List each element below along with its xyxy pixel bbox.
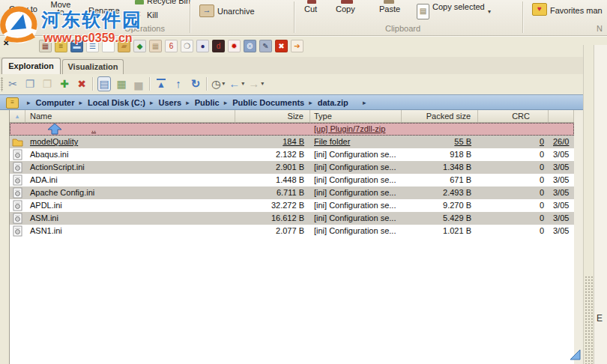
document-plugin-icon[interactable]: ☰	[86, 40, 99, 52]
chart-view-icon[interactable]: ▅	[132, 76, 145, 91]
sort-asc-icon[interactable]: ▴	[10, 110, 25, 122]
favorites-manager-button[interactable]: Favorites man	[550, 6, 603, 15]
file-list: .. [up] Plugin/7zdll-zip modelQuality	[10, 123, 574, 237]
copy-path-dropdown-icon[interactable]: ▾	[488, 8, 491, 15]
cell-packed-size: 918 B	[402, 148, 478, 161]
page-plugin-icon[interactable]	[102, 40, 115, 52]
forward-icon[interactable]: →▾	[248, 76, 264, 91]
copy-to-button[interactable]: Copy to	[9, 4, 37, 13]
breadcrumb-item[interactable]: Users	[159, 98, 182, 107]
virus-plugin-icon[interactable]: ✹	[228, 40, 241, 52]
zip-plugin-icon[interactable]: ≡	[55, 40, 67, 52]
breadcrumb-item[interactable]: Local Disk (C:)	[88, 98, 145, 107]
swirl-plugin-icon[interactable]: 6	[165, 40, 178, 52]
dropdown-caret-icon[interactable]: ▾	[222, 76, 225, 91]
file-type-icon	[10, 123, 25, 136]
unarchive-icon: →	[199, 4, 214, 17]
cell-type: [ini] Configuration se...	[310, 174, 402, 186]
column-date[interactable]	[549, 110, 574, 122]
dropdown-caret-icon[interactable]: ▾	[241, 76, 244, 91]
pen-plugin-icon[interactable]: ✎	[259, 40, 272, 52]
tab-visualization[interactable]: Visualization	[62, 59, 124, 74]
sphere-plugin-icon[interactable]: ●	[196, 40, 209, 52]
column-name[interactable]: Name	[25, 110, 235, 122]
speech-plugin-icon[interactable]: ❍	[181, 40, 193, 52]
export-plugin-icon[interactable]: ➔	[291, 40, 304, 52]
table-row[interactable]: Abaqus.ini 2.132 B [ini] Configuration s…	[10, 148, 574, 161]
up-arrow-icon[interactable]: ↑	[172, 76, 185, 91]
cell-crc	[478, 123, 549, 136]
breadcrumb-item[interactable]: Public Documents	[232, 98, 304, 107]
table-row[interactable]: modelQuality 184 B File folder 55 B 0 26…	[10, 136, 574, 148]
window-plugin-icon[interactable]: ▦	[39, 40, 52, 52]
folder-plugin-icon[interactable]: ▰	[118, 40, 130, 52]
right-gutter	[574, 110, 583, 364]
tab-exploration[interactable]: Exploration	[1, 58, 61, 74]
back-icon[interactable]: ←▾	[229, 76, 244, 91]
breadcrumb-item[interactable]: Computer	[36, 98, 75, 107]
thumbnails-view-icon[interactable]: ▦	[115, 76, 128, 91]
gear-emblem-plugin-icon[interactable]: ❂	[244, 40, 256, 52]
history-icon[interactable]: ◷▾	[211, 76, 225, 91]
recycle-bin-button[interactable]: Recycle Bin	[147, 0, 190, 5]
cell-type: [ini] Configuration se...	[310, 225, 402, 237]
table-row[interactable]: ASM.ini 16.612 B [ini] Configuration se.…	[10, 212, 574, 225]
file-type-icon	[10, 148, 25, 161]
navigation-group-label: N	[592, 24, 607, 33]
table-row[interactable]: ActionScript.ini 2.901 B [ini] Configura…	[10, 161, 574, 174]
cell-crc: 0	[478, 199, 549, 212]
move-to-button[interactable]: Move to	[46, 1, 75, 16]
paste-files-icon[interactable]: ❐	[40, 76, 54, 91]
view-icon-group: ▤▦▅	[97, 76, 145, 91]
plugin-toolbar: ▦≡▬☰▰◆▦6❍●d✹❂✎✖➔	[39, 40, 304, 52]
breadcrumb-arrow-icon[interactable]: ▸	[363, 99, 366, 106]
dropdown-caret-icon[interactable]: ▾	[261, 76, 264, 91]
close-icon[interactable]: ✕	[3, 39, 9, 47]
table-row[interactable]: ADA.ini 1.448 B [ini] Configuration se..…	[10, 174, 574, 186]
monitor-plugin-icon[interactable]: ▬	[70, 40, 83, 52]
toolbar-grip[interactable]	[1, 77, 3, 91]
copy-selected-path-button[interactable]: Copy selected	[432, 2, 485, 11]
save-lock-plugin-icon[interactable]: ◆	[133, 40, 146, 52]
browser-toolbar: ✂❐❐✚✖ ▤▦▅ ▲↑↻ ◷▾←▾→▾	[0, 74, 607, 94]
column-crc[interactable]: CRC	[478, 110, 549, 122]
cell-type: [ini] Configuration se...	[310, 161, 402, 174]
copy-files-icon[interactable]: ❐	[23, 76, 37, 91]
resize-grip-icon[interactable]	[570, 349, 581, 362]
breadcrumb-item[interactable]: Public	[195, 98, 220, 107]
pane-splitter[interactable]	[584, 45, 594, 364]
tab-bar: Exploration Visualization	[0, 57, 607, 74]
cell-name: ASN1.ini	[25, 225, 235, 237]
cut-icon[interactable]: ✂	[6, 76, 19, 91]
archive-manager-window: Copy to Move to Rename Recycle Bin ✖ Kil…	[0, 0, 607, 364]
media-plugin-icon[interactable]: d	[212, 40, 225, 52]
rename-button[interactable]: Rename	[88, 6, 120, 15]
table-row[interactable]: .. [up] Plugin/7zdll-zip	[10, 123, 574, 136]
new-file-icon[interactable]: ✚	[58, 76, 71, 91]
table-row[interactable]: APDL.ini 32.272 B [ini] Configuration se…	[10, 199, 574, 212]
column-type[interactable]: Type	[310, 110, 402, 122]
unarchive-button[interactable]: Unarchive	[217, 7, 255, 16]
file-type-icon	[10, 212, 25, 225]
cell-size: 184 B	[235, 136, 310, 148]
copy-path-icon: ▤	[417, 4, 429, 19]
splitter-dots	[585, 276, 593, 364]
package-plugin-icon[interactable]: ▦	[149, 40, 162, 52]
copy-icon	[341, 0, 353, 4]
excel-plugin-icon[interactable]: ✖	[275, 40, 288, 52]
table-row[interactable]: ASN1.ini 2.077 B [ini] Configuration se.…	[10, 225, 574, 237]
breadcrumb-item[interactable]: data.zip	[318, 98, 348, 107]
collapse-top-icon[interactable]: ▲	[154, 76, 168, 91]
delete-icon[interactable]: ✖	[75, 76, 88, 91]
column-packed-size[interactable]: Packed size	[402, 110, 478, 122]
paste-icon	[384, 0, 394, 4]
cell-crc: 0	[478, 186, 549, 199]
paste-button[interactable]: Paste	[379, 4, 400, 13]
kill-button[interactable]: Kill	[147, 10, 158, 19]
table-row[interactable]: Apache Config.ini 6.711 B [ini] Configur…	[10, 186, 574, 199]
cut-button[interactable]: Cut	[304, 4, 317, 13]
copy-button[interactable]: Copy	[336, 4, 355, 13]
refresh-icon[interactable]: ↻	[189, 76, 202, 91]
column-size[interactable]: Size	[235, 110, 310, 122]
details-view-icon[interactable]: ▤	[97, 76, 111, 91]
